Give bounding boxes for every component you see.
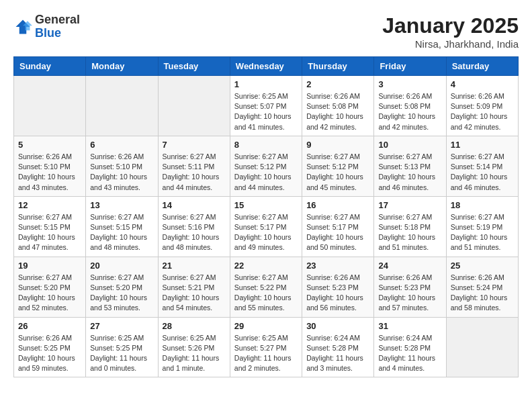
calendar-cell: 29Sunrise: 6:25 AM Sunset: 5:27 PM Dayli… [230,317,302,377]
day-number: 27 [90,321,153,331]
day-number: 19 [18,261,81,271]
location-subtitle: Nirsa, Jharkhand, India [382,38,519,50]
calendar-cell: 27Sunrise: 6:25 AM Sunset: 5:25 PM Dayli… [86,317,158,377]
calendar-cell: 3Sunrise: 6:26 AM Sunset: 5:08 PM Daylig… [374,76,446,136]
day-info: Sunrise: 6:27 AM Sunset: 5:17 PM Dayligh… [306,212,369,253]
calendar-cell: 28Sunrise: 6:25 AM Sunset: 5:26 PM Dayli… [158,317,230,377]
day-number: 16 [306,200,369,210]
day-number: 22 [234,261,298,271]
calendar-cell [158,76,230,136]
day-info: Sunrise: 6:27 AM Sunset: 5:11 PM Dayligh… [163,152,226,193]
calendar-cell: 22Sunrise: 6:27 AM Sunset: 5:22 PM Dayli… [230,257,302,317]
calendar-cell: 11Sunrise: 6:27 AM Sunset: 5:14 PM Dayli… [446,136,518,196]
day-info: Sunrise: 6:27 AM Sunset: 5:12 PM Dayligh… [306,152,369,193]
calendar-cell: 6Sunrise: 6:26 AM Sunset: 5:10 PM Daylig… [86,136,158,196]
page-header: General Blue January 2025 Nirsa, Jharkha… [13,13,519,50]
calendar-cell: 9Sunrise: 6:27 AM Sunset: 5:12 PM Daylig… [302,136,374,196]
day-number: 30 [306,321,369,331]
day-number: 5 [18,140,81,150]
calendar-cell: 1Sunrise: 6:25 AM Sunset: 5:07 PM Daylig… [230,76,302,136]
calendar-cell: 5Sunrise: 6:26 AM Sunset: 5:10 PM Daylig… [14,136,86,196]
calendar-cell: 12Sunrise: 6:27 AM Sunset: 5:15 PM Dayli… [14,196,86,257]
day-header-wednesday: Wednesday [230,57,302,76]
calendar-week-5: 26Sunrise: 6:26 AM Sunset: 5:25 PM Dayli… [14,317,519,377]
day-number: 28 [163,321,226,331]
calendar-cell: 7Sunrise: 6:27 AM Sunset: 5:11 PM Daylig… [158,136,230,196]
logo: General Blue [13,13,80,40]
calendar-cell: 19Sunrise: 6:27 AM Sunset: 5:20 PM Dayli… [14,257,86,317]
day-header-saturday: Saturday [446,57,518,76]
day-info: Sunrise: 6:25 AM Sunset: 5:07 PM Dayligh… [234,91,298,132]
day-number: 13 [90,200,153,210]
day-info: Sunrise: 6:27 AM Sunset: 5:13 PM Dayligh… [378,152,441,193]
calendar-cell: 8Sunrise: 6:27 AM Sunset: 5:12 PM Daylig… [230,136,302,196]
day-header-friday: Friday [374,57,446,76]
day-info: Sunrise: 6:27 AM Sunset: 5:21 PM Dayligh… [163,273,226,314]
calendar-table: SundayMondayTuesdayWednesdayThursdayFrid… [13,56,519,377]
day-info: Sunrise: 6:27 AM Sunset: 5:15 PM Dayligh… [18,212,81,253]
calendar-cell: 14Sunrise: 6:27 AM Sunset: 5:16 PM Dayli… [158,196,230,257]
calendar-cell [86,76,158,136]
calendar-cell [14,76,86,136]
day-info: Sunrise: 6:26 AM Sunset: 5:10 PM Dayligh… [18,152,81,193]
day-number: 10 [378,140,441,150]
calendar-cell: 23Sunrise: 6:26 AM Sunset: 5:23 PM Dayli… [302,257,374,317]
calendar-header-row: SundayMondayTuesdayWednesdayThursdayFrid… [14,57,519,76]
day-number: 3 [378,79,441,89]
month-title: January 2025 [382,13,519,38]
day-info: Sunrise: 6:27 AM Sunset: 5:17 PM Dayligh… [234,212,298,253]
day-number: 26 [18,321,81,331]
calendar-cell: 31Sunrise: 6:24 AM Sunset: 5:28 PM Dayli… [374,317,446,377]
day-info: Sunrise: 6:26 AM Sunset: 5:23 PM Dayligh… [306,273,369,314]
calendar-cell: 25Sunrise: 6:26 AM Sunset: 5:24 PM Dayli… [446,257,518,317]
day-info: Sunrise: 6:24 AM Sunset: 5:28 PM Dayligh… [306,333,369,374]
calendar-cell: 17Sunrise: 6:27 AM Sunset: 5:18 PM Dayli… [374,196,446,257]
calendar-cell: 2Sunrise: 6:26 AM Sunset: 5:08 PM Daylig… [302,76,374,136]
day-header-monday: Monday [86,57,158,76]
day-number: 4 [451,79,514,89]
day-number: 23 [306,261,369,271]
calendar-cell: 15Sunrise: 6:27 AM Sunset: 5:17 PM Dayli… [230,196,302,257]
day-info: Sunrise: 6:27 AM Sunset: 5:16 PM Dayligh… [163,212,226,253]
day-number: 9 [306,140,369,150]
calendar-cell: 18Sunrise: 6:27 AM Sunset: 5:19 PM Dayli… [446,196,518,257]
day-number: 25 [451,261,514,271]
calendar-cell: 13Sunrise: 6:27 AM Sunset: 5:15 PM Dayli… [86,196,158,257]
day-number: 31 [378,321,441,331]
calendar-cell: 4Sunrise: 6:26 AM Sunset: 5:09 PM Daylig… [446,76,518,136]
day-info: Sunrise: 6:26 AM Sunset: 5:23 PM Dayligh… [378,273,441,314]
calendar-week-4: 19Sunrise: 6:27 AM Sunset: 5:20 PM Dayli… [14,257,519,317]
logo-icon [13,17,32,36]
day-header-sunday: Sunday [14,57,86,76]
day-info: Sunrise: 6:27 AM Sunset: 5:22 PM Dayligh… [234,273,298,314]
day-number: 15 [234,200,298,210]
day-info: Sunrise: 6:27 AM Sunset: 5:14 PM Dayligh… [451,152,514,193]
calendar-cell [446,317,518,377]
day-number: 20 [90,261,153,271]
calendar-cell: 20Sunrise: 6:27 AM Sunset: 5:20 PM Dayli… [86,257,158,317]
day-number: 17 [378,200,441,210]
calendar-cell: 21Sunrise: 6:27 AM Sunset: 5:21 PM Dayli… [158,257,230,317]
day-info: Sunrise: 6:27 AM Sunset: 5:20 PM Dayligh… [90,273,153,314]
day-info: Sunrise: 6:27 AM Sunset: 5:15 PM Dayligh… [90,212,153,253]
day-info: Sunrise: 6:26 AM Sunset: 5:08 PM Dayligh… [306,91,369,132]
calendar-cell: 24Sunrise: 6:26 AM Sunset: 5:23 PM Dayli… [374,257,446,317]
day-number: 24 [378,261,441,271]
calendar-cell: 30Sunrise: 6:24 AM Sunset: 5:28 PM Dayli… [302,317,374,377]
day-header-tuesday: Tuesday [158,57,230,76]
day-info: Sunrise: 6:25 AM Sunset: 5:25 PM Dayligh… [90,333,153,374]
day-number: 11 [451,140,514,150]
day-number: 8 [234,140,298,150]
day-number: 6 [90,140,153,150]
calendar-week-1: 1Sunrise: 6:25 AM Sunset: 5:07 PM Daylig… [14,76,519,136]
day-info: Sunrise: 6:27 AM Sunset: 5:18 PM Dayligh… [378,212,441,253]
calendar-cell: 10Sunrise: 6:27 AM Sunset: 5:13 PM Dayli… [374,136,446,196]
day-number: 18 [451,200,514,210]
day-info: Sunrise: 6:27 AM Sunset: 5:20 PM Dayligh… [18,273,81,314]
day-info: Sunrise: 6:26 AM Sunset: 5:09 PM Dayligh… [451,91,514,132]
day-info: Sunrise: 6:26 AM Sunset: 5:08 PM Dayligh… [378,91,441,132]
calendar-cell: 16Sunrise: 6:27 AM Sunset: 5:17 PM Dayli… [302,196,374,257]
title-block: January 2025 Nirsa, Jharkhand, India [382,13,519,50]
day-info: Sunrise: 6:25 AM Sunset: 5:27 PM Dayligh… [234,333,298,374]
day-info: Sunrise: 6:26 AM Sunset: 5:25 PM Dayligh… [18,333,81,374]
